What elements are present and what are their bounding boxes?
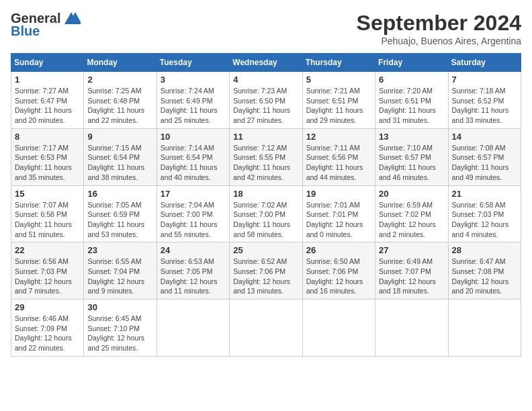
title-area: September 2024 Pehuajo, Buenos Aires, Ar…	[357, 11, 521, 46]
day-info: Sunrise: 7:05 AM Sunset: 6:59 PM Dayligh…	[87, 200, 152, 240]
page-subtitle: Pehuajo, Buenos Aires, Argentina	[357, 36, 521, 46]
page-header: General Blue September 2024 Pehuajo, Bue…	[11, 11, 521, 46]
day-info: Sunrise: 7:12 AM Sunset: 6:55 PM Dayligh…	[233, 143, 298, 183]
calendar-cell	[302, 300, 375, 357]
day-info: Sunrise: 6:46 AM Sunset: 7:09 PM Dayligh…	[15, 314, 80, 353]
day-info: Sunrise: 7:27 AM Sunset: 6:47 PM Dayligh…	[15, 86, 80, 126]
day-info: Sunrise: 7:20 AM Sunset: 6:51 PM Dayligh…	[379, 86, 444, 126]
calendar-cell: 29 Sunrise: 6:46 AM Sunset: 7:09 PM Dayl…	[11, 300, 84, 357]
calendar-cell: 23 Sunrise: 6:55 AM Sunset: 7:04 PM Dayl…	[84, 242, 157, 300]
day-info: Sunrise: 6:45 AM Sunset: 7:10 PM Dayligh…	[87, 314, 152, 353]
calendar-week-5: 29 Sunrise: 6:46 AM Sunset: 7:09 PM Dayl…	[11, 300, 521, 357]
day-number: 27	[379, 245, 444, 255]
day-number: 14	[452, 132, 517, 142]
day-info: Sunrise: 6:55 AM Sunset: 7:04 PM Dayligh…	[87, 257, 152, 296]
day-number: 22	[15, 245, 80, 255]
calendar-cell: 9 Sunrise: 7:15 AM Sunset: 6:54 PM Dayli…	[84, 128, 157, 185]
day-info: Sunrise: 7:24 AM Sunset: 6:49 PM Dayligh…	[161, 86, 226, 126]
day-header-friday: Friday	[375, 54, 448, 72]
calendar-cell: 22 Sunrise: 6:56 AM Sunset: 7:03 PM Dayl…	[11, 242, 84, 300]
calendar-cell: 7 Sunrise: 7:18 AM Sunset: 6:52 PM Dayli…	[448, 72, 521, 129]
calendar-cell: 17 Sunrise: 7:04 AM Sunset: 7:00 PM Dayl…	[157, 185, 229, 242]
day-number: 1	[15, 75, 80, 85]
day-header-monday: Monday	[84, 54, 157, 72]
day-info: Sunrise: 7:04 AM Sunset: 7:00 PM Dayligh…	[161, 200, 226, 240]
day-number: 17	[161, 189, 226, 199]
calendar-cell: 19 Sunrise: 7:01 AM Sunset: 7:01 PM Dayl…	[302, 185, 375, 242]
calendar-week-2: 8 Sunrise: 7:17 AM Sunset: 6:53 PM Dayli…	[11, 128, 521, 185]
calendar-cell: 15 Sunrise: 7:07 AM Sunset: 6:58 PM Dayl…	[11, 185, 84, 242]
day-number: 25	[233, 245, 298, 255]
day-info: Sunrise: 7:07 AM Sunset: 6:58 PM Dayligh…	[15, 200, 80, 240]
calendar-cell: 27 Sunrise: 6:49 AM Sunset: 7:07 PM Dayl…	[375, 242, 448, 300]
day-number: 12	[306, 132, 371, 142]
day-number: 6	[379, 75, 444, 85]
logo-text-blue: Blue	[11, 24, 40, 39]
calendar-cell: 12 Sunrise: 7:11 AM Sunset: 6:56 PM Dayl…	[302, 128, 375, 185]
day-number: 28	[452, 245, 517, 255]
day-info: Sunrise: 6:49 AM Sunset: 7:07 PM Dayligh…	[379, 257, 444, 296]
day-info: Sunrise: 7:14 AM Sunset: 6:54 PM Dayligh…	[161, 143, 226, 183]
day-number: 13	[379, 132, 444, 142]
day-info: Sunrise: 7:02 AM Sunset: 7:00 PM Dayligh…	[233, 200, 298, 240]
calendar-cell	[157, 300, 229, 357]
day-info: Sunrise: 7:01 AM Sunset: 7:01 PM Dayligh…	[306, 200, 371, 240]
day-info: Sunrise: 7:15 AM Sunset: 6:54 PM Dayligh…	[87, 143, 152, 183]
day-info: Sunrise: 6:52 AM Sunset: 7:06 PM Dayligh…	[233, 257, 298, 296]
day-number: 29	[15, 302, 80, 312]
calendar-week-4: 22 Sunrise: 6:56 AM Sunset: 7:03 PM Dayl…	[11, 242, 521, 300]
day-number: 3	[161, 75, 226, 85]
day-info: Sunrise: 7:25 AM Sunset: 6:48 PM Dayligh…	[87, 86, 152, 126]
calendar-cell	[375, 300, 448, 357]
day-info: Sunrise: 6:47 AM Sunset: 7:08 PM Dayligh…	[452, 257, 517, 296]
day-number: 5	[306, 75, 371, 85]
day-number: 16	[87, 189, 152, 199]
day-info: Sunrise: 7:17 AM Sunset: 6:53 PM Dayligh…	[15, 143, 80, 183]
calendar-cell	[448, 300, 521, 357]
day-info: Sunrise: 7:23 AM Sunset: 6:50 PM Dayligh…	[233, 86, 298, 126]
page-title: September 2024	[357, 11, 521, 36]
day-header-saturday: Saturday	[448, 54, 521, 72]
day-header-sunday: Sunday	[11, 54, 84, 72]
calendar-cell: 14 Sunrise: 7:08 AM Sunset: 6:57 PM Dayl…	[448, 128, 521, 185]
day-number: 18	[233, 189, 298, 199]
day-number: 11	[233, 132, 298, 142]
day-number: 15	[15, 189, 80, 199]
calendar-week-1: 1 Sunrise: 7:27 AM Sunset: 6:47 PM Dayli…	[11, 72, 521, 129]
calendar-cell: 30 Sunrise: 6:45 AM Sunset: 7:10 PM Dayl…	[84, 300, 157, 357]
day-number: 23	[87, 245, 152, 255]
day-number: 9	[87, 132, 152, 142]
day-header-wednesday: Wednesday	[230, 54, 302, 72]
calendar-cell: 24 Sunrise: 6:53 AM Sunset: 7:05 PM Dayl…	[157, 242, 229, 300]
calendar-cell: 25 Sunrise: 6:52 AM Sunset: 7:06 PM Dayl…	[230, 242, 302, 300]
calendar-week-3: 15 Sunrise: 7:07 AM Sunset: 6:58 PM Dayl…	[11, 185, 521, 242]
day-number: 30	[87, 302, 152, 312]
day-info: Sunrise: 7:08 AM Sunset: 6:57 PM Dayligh…	[452, 143, 517, 183]
day-info: Sunrise: 6:58 AM Sunset: 7:03 PM Dayligh…	[452, 200, 517, 240]
calendar-cell: 11 Sunrise: 7:12 AM Sunset: 6:55 PM Dayl…	[230, 128, 302, 185]
calendar-cell: 6 Sunrise: 7:20 AM Sunset: 6:51 PM Dayli…	[375, 72, 448, 129]
day-info: Sunrise: 6:59 AM Sunset: 7:02 PM Dayligh…	[379, 200, 444, 240]
day-header-tuesday: Tuesday	[157, 54, 229, 72]
day-number: 10	[161, 132, 226, 142]
day-number: 26	[306, 245, 371, 255]
calendar-cell: 26 Sunrise: 6:50 AM Sunset: 7:06 PM Dayl…	[302, 242, 375, 300]
calendar-cell: 16 Sunrise: 7:05 AM Sunset: 6:59 PM Dayl…	[84, 185, 157, 242]
calendar-cell: 4 Sunrise: 7:23 AM Sunset: 6:50 PM Dayli…	[230, 72, 302, 129]
day-number: 20	[379, 189, 444, 199]
day-info: Sunrise: 7:21 AM Sunset: 6:51 PM Dayligh…	[306, 86, 371, 126]
calendar-cell: 10 Sunrise: 7:14 AM Sunset: 6:54 PM Dayl…	[157, 128, 229, 185]
calendar-cell: 21 Sunrise: 6:58 AM Sunset: 7:03 PM Dayl…	[448, 185, 521, 242]
day-info: Sunrise: 6:53 AM Sunset: 7:05 PM Dayligh…	[161, 257, 226, 296]
day-info: Sunrise: 6:50 AM Sunset: 7:06 PM Dayligh…	[306, 257, 371, 296]
calendar-cell: 28 Sunrise: 6:47 AM Sunset: 7:08 PM Dayl…	[448, 242, 521, 300]
day-info: Sunrise: 7:10 AM Sunset: 6:57 PM Dayligh…	[379, 143, 444, 183]
day-number: 21	[452, 189, 517, 199]
day-number: 8	[15, 132, 80, 142]
calendar-cell	[230, 300, 302, 357]
calendar-header-row: SundayMondayTuesdayWednesdayThursdayFrid…	[11, 54, 521, 72]
calendar-cell: 3 Sunrise: 7:24 AM Sunset: 6:49 PM Dayli…	[157, 72, 229, 129]
calendar-cell: 13 Sunrise: 7:10 AM Sunset: 6:57 PM Dayl…	[375, 128, 448, 185]
calendar-cell: 2 Sunrise: 7:25 AM Sunset: 6:48 PM Dayli…	[84, 72, 157, 129]
day-number: 19	[306, 189, 371, 199]
